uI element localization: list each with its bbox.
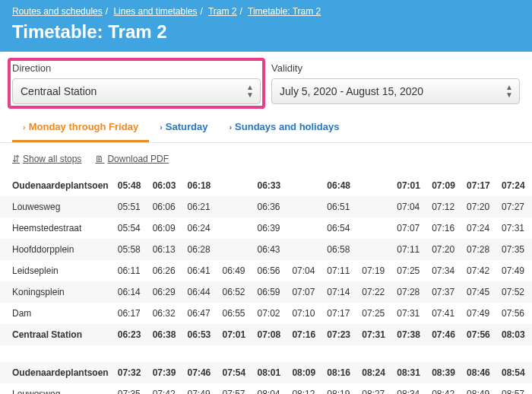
stop-name-cell: Oudenaardeplantsoen	[0, 175, 113, 196]
time-cell: 07:49	[497, 260, 532, 281]
breadcrumb-link[interactable]: Routes and schedules	[12, 6, 103, 17]
time-cell: 07:17	[462, 175, 497, 196]
stop-name-cell: Leidseplein	[0, 260, 113, 281]
expand-icon: ⇵	[12, 154, 20, 164]
table-row: Heemstedestraat05:5406:0906:2406:3906:54…	[0, 218, 532, 239]
time-cell: 08:01	[252, 362, 287, 383]
tab-sundays-holidays[interactable]: › Sundays and holidays	[218, 112, 350, 142]
time-cell: 06:51	[322, 196, 357, 218]
time-cell	[357, 175, 392, 196]
time-cell: 08:24	[357, 362, 392, 383]
time-cell: 07:07	[392, 218, 427, 239]
time-cell	[357, 218, 392, 239]
time-cell: 07:10	[287, 303, 322, 324]
time-cell	[218, 239, 253, 260]
stop-name-cell: Hoofddorpplein	[0, 239, 113, 260]
time-cell: 07:24	[462, 218, 497, 239]
time-cell: 07:23	[322, 324, 357, 345]
day-tabs: › Monday through Friday › Saturday › Sun…	[0, 112, 532, 143]
time-cell: 07:19	[357, 260, 392, 281]
time-cell: 08:57	[497, 383, 532, 394]
action-label: Show all stops	[23, 154, 81, 164]
document-icon: 🗎	[95, 154, 104, 164]
time-cell: 06:47	[183, 303, 218, 324]
time-cell	[218, 218, 253, 239]
breadcrumb-link[interactable]: Lines and timetables	[113, 6, 197, 17]
time-cell: 07:04	[392, 196, 427, 218]
time-cell: 07:35	[497, 239, 532, 260]
time-cell: 06:24	[183, 218, 218, 239]
table-row: Oudenaardeplantsoen07:3207:3907:4607:540…	[0, 362, 532, 383]
time-cell: 08:12	[287, 383, 322, 394]
breadcrumb: Routes and schedules/ Lines and timetabl…	[12, 6, 520, 17]
time-cell: 07:16	[287, 324, 322, 345]
breadcrumb-link[interactable]: Timetable: Tram 2	[248, 6, 321, 17]
time-cell: 08:27	[357, 383, 392, 394]
download-pdf-link[interactable]: 🗎 Download PDF	[95, 154, 169, 164]
time-cell: 07:49	[462, 303, 497, 324]
time-cell: 08:34	[392, 383, 427, 394]
block-gap	[0, 345, 532, 362]
time-cell: 06:39	[252, 218, 287, 239]
direction-select[interactable]: Centraal Station ▲▼	[12, 78, 261, 104]
stop-name-cell: Louwesweg	[0, 196, 113, 218]
time-cell: 06:32	[148, 303, 183, 324]
table-row: Koningsplein06:1406:2906:4406:5206:5907:…	[0, 281, 532, 303]
time-cell: 06:41	[183, 260, 218, 281]
table-row: Centraal Station06:2306:3806:5307:0107:0…	[0, 324, 532, 345]
time-cell	[287, 218, 322, 239]
time-cell: 07:17	[322, 303, 357, 324]
direction-select-value: Centraal Station	[21, 85, 97, 97]
stop-name-cell: Centraal Station	[0, 324, 113, 345]
page-title: Timetable: Tram 2	[12, 21, 520, 43]
time-cell: 07:56	[497, 303, 532, 324]
breadcrumb-link[interactable]: Tram 2	[208, 6, 237, 17]
time-cell: 07:45	[462, 281, 497, 303]
table-row: Louwesweg05:5106:0606:2106:3606:5107:040…	[0, 196, 532, 218]
table-row: Leidseplein06:1106:2606:4106:4906:5607:0…	[0, 260, 532, 281]
time-cell: 06:52	[218, 281, 253, 303]
selectors-row: Direction Centraal Station ▲▼ Validity J…	[0, 52, 532, 112]
time-cell: 06:03	[148, 175, 183, 196]
time-cell: 08:19	[322, 383, 357, 394]
validity-select[interactable]: July 5, 2020 - August 15, 2020 ▲▼	[271, 78, 520, 104]
table-row: Hoofddorpplein05:5806:1306:2806:4306:580…	[0, 239, 532, 260]
tab-label: Saturday	[166, 121, 208, 132]
time-cell: 07:25	[357, 303, 392, 324]
time-cell: 07:31	[392, 303, 427, 324]
time-cell: 06:21	[183, 196, 218, 218]
time-cell: 08:03	[497, 324, 532, 345]
time-cell: 07:42	[462, 260, 497, 281]
table-row: Dam06:1706:3206:4706:5507:0207:1007:1707…	[0, 303, 532, 324]
time-cell: 07:54	[218, 362, 253, 383]
time-cell: 08:54	[497, 362, 532, 383]
time-cell: 05:51	[113, 196, 148, 218]
time-cell: 07:12	[427, 196, 462, 218]
time-cell: 07:41	[427, 303, 462, 324]
time-cell: 06:56	[252, 260, 287, 281]
time-cell: 07:14	[322, 281, 357, 303]
time-cell: 06:11	[113, 260, 148, 281]
validity-select-value: July 5, 2020 - August 15, 2020	[280, 85, 423, 97]
direction-label: Direction	[12, 62, 261, 74]
time-cell	[218, 196, 253, 218]
stop-name-cell: Oudenaardeplantsoen	[0, 362, 113, 383]
time-cell	[218, 175, 253, 196]
time-cell: 07:11	[322, 260, 357, 281]
time-cell: 08:46	[462, 362, 497, 383]
time-cell: 07:39	[148, 362, 183, 383]
tab-saturday[interactable]: › Saturday	[149, 112, 218, 142]
time-cell: 05:48	[113, 175, 148, 196]
dropdown-caret-icon: ▲▼	[246, 84, 254, 99]
time-cell	[287, 175, 322, 196]
tab-monday-friday[interactable]: › Monday through Friday	[12, 112, 149, 142]
timetable: Oudenaardeplantsoen05:4806:0306:1806:330…	[0, 175, 532, 394]
table-row: Louwesweg07:3507:4207:4907:5708:0408:120…	[0, 383, 532, 394]
time-cell: 07:28	[392, 281, 427, 303]
time-cell: 07:01	[392, 175, 427, 196]
time-cell: 07:24	[497, 175, 532, 196]
show-all-stops-link[interactable]: ⇵ Show all stops	[12, 154, 81, 164]
time-cell: 07:35	[113, 383, 148, 394]
time-cell: 07:11	[392, 239, 427, 260]
time-cell: 06:49	[218, 260, 253, 281]
